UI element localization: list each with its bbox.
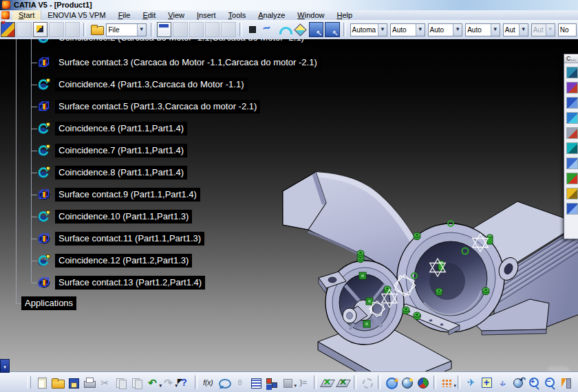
view-mode-combo-2[interactable]: Auto▼ bbox=[390, 23, 425, 36]
anchor-icon[interactable] bbox=[566, 67, 578, 78]
3d-viewport[interactable]: Coincidence.2 (Carcaca do Motor -1.1,Car… bbox=[0, 39, 578, 371]
menu-help[interactable]: Help bbox=[331, 10, 359, 20]
surface-contact-icon[interactable] bbox=[37, 276, 51, 290]
paste-icon[interactable] bbox=[130, 376, 143, 389]
coincidence-icon[interactable] bbox=[37, 122, 51, 135]
spline-icon[interactable] bbox=[261, 22, 275, 37]
surface-contact-icon[interactable] bbox=[37, 188, 51, 202]
tree-node-applications[interactable]: Applications bbox=[21, 296, 76, 311]
catalog-globe-icon[interactable] bbox=[385, 376, 398, 389]
toolbar-handle[interactable] bbox=[28, 376, 31, 389]
coincidence-icon[interactable] bbox=[37, 166, 51, 179]
surface-contact-icon[interactable] bbox=[37, 56, 51, 69]
hide-plane-icon[interactable] bbox=[321, 376, 334, 389]
constraint-label[interactable]: Surface contact.9 (Part1.1,Part1.4) bbox=[55, 188, 200, 202]
menu-analyze[interactable]: Analyze bbox=[252, 10, 291, 20]
tree-node-surface_contact[interactable]: Surface contact.11 (Part1.1,Part1.3) bbox=[37, 231, 204, 246]
smart-move-icon[interactable] bbox=[566, 173, 578, 184]
view-mode-combo-5[interactable]: Aut▼ bbox=[503, 23, 528, 36]
properties-card-icon[interactable] bbox=[157, 22, 171, 37]
statistics-pie-icon[interactable] bbox=[416, 376, 429, 389]
constraint-label[interactable]: Coincidence.10 (Part1.1,Part1.3) bbox=[55, 210, 192, 224]
view-mode-combo-3[interactable]: Auto▼ bbox=[428, 23, 463, 36]
fix-together-icon[interactable] bbox=[566, 97, 578, 109]
constraint-label[interactable]: Coincidence.6 (Part1.1,Part1.4) bbox=[55, 122, 187, 135]
tree-node-coincidence[interactable]: Coincidence.8 (Part1.1,Part1.4) bbox=[37, 165, 187, 180]
constraints-palette[interactable]: C... bbox=[564, 54, 578, 239]
session-icon[interactable]: 8 bbox=[233, 376, 246, 389]
arc-icon[interactable] bbox=[277, 22, 291, 37]
file-type-combo[interactable]: File▼ bbox=[106, 23, 146, 36]
coincidence-icon[interactable] bbox=[37, 39, 51, 45]
view-mode-combo-7[interactable]: No bbox=[558, 23, 577, 36]
save-icon[interactable] bbox=[67, 376, 80, 389]
offset-constraint-icon[interactable] bbox=[566, 142, 578, 154]
tree-node-surface_contact[interactable]: Surface contact.9 (Part1.1,Part1.4) bbox=[37, 187, 200, 202]
tree-node-coincidence[interactable]: Coincidence.7 (Part1.1,Part1.4) bbox=[37, 143, 187, 158]
quick-constraint-icon[interactable] bbox=[566, 157, 578, 169]
link-broken-icon[interactable] bbox=[49, 22, 63, 37]
measure-icon[interactable] bbox=[566, 188, 578, 199]
surface-patch-icon[interactable] bbox=[292, 22, 307, 37]
tree-node-coincidence[interactable]: Coincidence.6 (Part1.1,Part1.4) bbox=[37, 121, 187, 136]
tree-node-coincidence[interactable]: Coincidence.12 (Part1.2,Part1.3) bbox=[37, 253, 192, 268]
workbench-icon[interactable] bbox=[1, 22, 15, 37]
menu-enovia-v5-vpm[interactable]: ENOVIA V5 VPM bbox=[41, 10, 111, 20]
render-style-icon[interactable] bbox=[400, 376, 414, 389]
constraint-label[interactable]: Coincidence.2 (Carcaca do Motor -1.1,Car… bbox=[55, 39, 308, 45]
whats-this-icon[interactable]: ? bbox=[178, 376, 191, 389]
normal-view-icon[interactable] bbox=[559, 376, 572, 389]
view-mode-combo-1[interactable]: Automa▼ bbox=[350, 23, 387, 36]
publication-icon[interactable] bbox=[65, 22, 80, 37]
design-table-2-icon[interactable] bbox=[205, 22, 220, 37]
constraint-label[interactable]: Surface contact.3 (Carcaca do Motor -1.1… bbox=[55, 56, 321, 69]
tree-node-surface_contact[interactable]: Surface contact.13 (Part1.2,Part1.4) bbox=[37, 275, 205, 290]
menu-tools[interactable]: Tools bbox=[222, 10, 253, 20]
surface-contact-icon[interactable] bbox=[37, 232, 51, 246]
constraint-label[interactable]: Coincidence.12 (Part1.2,Part1.3) bbox=[55, 254, 192, 268]
zoom-out-icon[interactable]: − bbox=[544, 376, 557, 389]
open-icon[interactable] bbox=[51, 376, 64, 389]
design-table-icon[interactable] bbox=[189, 22, 204, 37]
copy-icon[interactable] bbox=[114, 376, 127, 389]
menu-start[interactable]: Start bbox=[12, 10, 41, 20]
catia-menu-icon[interactable] bbox=[1, 11, 10, 19]
assembly-3d-model[interactable] bbox=[261, 156, 578, 371]
constraint-label[interactable]: Coincidence.8 (Part1.1,Part1.4) bbox=[55, 166, 187, 179]
constraint-label[interactable]: Surface contact.5 (Part1.3,Carcaca do mo… bbox=[55, 100, 260, 113]
structure-tree-icon[interactable] bbox=[265, 376, 278, 389]
snap-grid-icon[interactable] bbox=[440, 376, 453, 389]
macro-wizard-icon[interactable] bbox=[33, 22, 47, 37]
redo-icon[interactable]: ↷ bbox=[162, 376, 175, 389]
new-document-icon[interactable] bbox=[35, 376, 48, 389]
coincidence-icon[interactable] bbox=[37, 210, 51, 224]
constraint-label[interactable]: Coincidence.4 (Part1.3,Carcaca do Motor … bbox=[55, 78, 248, 91]
tree-node-surface_contact[interactable]: Surface contact.5 (Part1.3,Carcaca do mo… bbox=[37, 99, 260, 114]
menu-view[interactable]: View bbox=[162, 10, 191, 20]
fly-mode-icon[interactable]: ✈ bbox=[464, 376, 478, 389]
comment-icon[interactable] bbox=[217, 376, 231, 389]
undo-icon[interactable]: ↶ bbox=[146, 376, 159, 389]
tree-node-surface_contact[interactable]: Surface contact.3 (Carcaca do Motor -1.1… bbox=[37, 55, 321, 70]
knowledge-icon[interactable] bbox=[281, 376, 294, 389]
properties-sheet-icon[interactable] bbox=[17, 22, 31, 37]
menu-edit[interactable]: Edit bbox=[136, 10, 162, 20]
constraint-label[interactable]: Surface contact.11 (Part1.1,Part1.3) bbox=[55, 232, 204, 246]
coincidence-icon[interactable] bbox=[37, 78, 51, 91]
surface-contact-icon[interactable] bbox=[37, 100, 51, 113]
formula-fx-icon[interactable]: f(x) bbox=[202, 376, 215, 389]
menu-window[interactable]: Window bbox=[291, 10, 330, 20]
point-dot-icon[interactable] bbox=[249, 26, 256, 33]
cut-icon[interactable]: ✂ bbox=[98, 376, 111, 389]
view-mode-combo-4[interactable]: Auto▼ bbox=[465, 23, 500, 36]
menu-insert[interactable]: Insert bbox=[191, 10, 222, 20]
print-icon[interactable] bbox=[83, 376, 96, 389]
palette-title[interactable]: C... bbox=[564, 54, 578, 63]
coincidence-icon[interactable] bbox=[37, 144, 51, 157]
catalog-browser-2-icon[interactable] bbox=[325, 22, 339, 37]
update-swirl-icon[interactable] bbox=[361, 376, 374, 389]
rotate-icon[interactable] bbox=[512, 376, 525, 389]
update-icon[interactable] bbox=[566, 203, 578, 215]
show-plane-icon[interactable] bbox=[336, 376, 350, 389]
menu-file[interactable]: File bbox=[112, 10, 137, 20]
